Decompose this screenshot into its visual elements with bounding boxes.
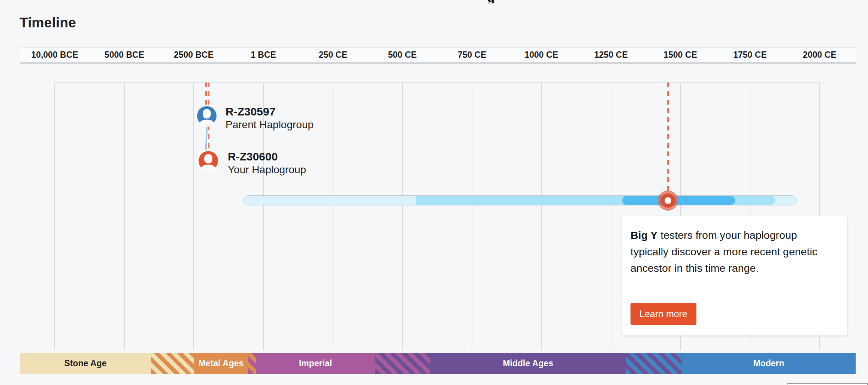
era-transition-hatch (375, 353, 430, 374)
gridline (124, 82, 125, 350)
era-label: Stone Age (64, 358, 107, 369)
estimate-marker[interactable] (661, 193, 675, 208)
axis-tick-label: 1 BCE (230, 50, 297, 60)
marker-dashed-line (667, 82, 669, 193)
tooltip-line-3: ancestor in this time range. (630, 260, 840, 276)
axis-tick-label: 1500 CE (647, 50, 714, 60)
axis-tick-label: 750 CE (438, 50, 506, 60)
your-haplogroup-name: R-Z30600 (228, 150, 306, 163)
person-icon-shoulders (199, 120, 215, 126)
big-y-tooltip-text: Big Y testers from your haplogroup typic… (630, 227, 840, 276)
parent-haplogroup-label: R-Z30597 Parent Haplogroup (226, 105, 314, 131)
page-title: Timeline (19, 15, 76, 31)
gridline (611, 82, 611, 350)
axis-top-rule (20, 47, 856, 48)
axis-bottom-rule (20, 62, 856, 64)
era-transition-hatch (151, 353, 194, 374)
axis-tick-label: 5000 BCE (91, 50, 158, 60)
your-haplogroup-subtitle: Your Haplogroup (228, 163, 306, 176)
era-label: Middle Ages (503, 358, 553, 369)
haplogroup-timeline-screen: g Timeline 10,000 BCE 5000 BCE 2500 BCE … (0, 0, 868, 385)
gridline (472, 82, 472, 350)
tooltip-line-2: typically discover a more recent genetic (630, 243, 840, 260)
gridline (54, 82, 55, 350)
plot-top-border (54, 82, 820, 83)
axis-tick-label: 10,000 BCE (21, 50, 88, 60)
estimate-marker-dot (665, 197, 671, 204)
era-label: Modern (753, 358, 784, 369)
parent-haplogroup-name: R-Z30597 (226, 105, 314, 118)
parent-estimate-dashed-line (205, 82, 207, 107)
parent-haplogroup-avatar[interactable] (197, 106, 217, 126)
axis-tick-label: 2000 CE (786, 50, 853, 60)
your-haplogroup-label: R-Z30600 Your Haplogroup (228, 150, 306, 176)
parent-haplogroup-subtitle: Parent Haplogroup (226, 118, 314, 131)
era-transition-hatch (248, 353, 256, 374)
your-haplogroup-avatar[interactable] (199, 151, 218, 171)
tooltip-bold-lead: Big Y (630, 229, 657, 241)
axis-tick-label: 250 CE (299, 50, 367, 60)
clipped-heading-text: g (487, 0, 503, 3)
learn-more-button[interactable]: Learn more (630, 303, 696, 325)
tooltip-line-1: Big Y testers from your haplogroup (630, 227, 840, 243)
era-label: Imperial (299, 358, 332, 369)
gridline (193, 82, 194, 350)
person-icon (204, 154, 212, 163)
era-segment-imperial: Imperial (256, 353, 375, 374)
clipped-heading-fragment: g (487, 0, 503, 3)
axis-tick-label: 1250 CE (577, 50, 645, 60)
parent-child-connector-line (205, 124, 208, 152)
axis-tick-label: 2500 BCE (160, 50, 227, 60)
era-segment-metal-ages: Metal Ages (194, 353, 248, 374)
big-y-tooltip-card: Big Y testers from your haplogroup typic… (622, 216, 847, 336)
axis-tick-label: 500 CE (369, 50, 436, 60)
confidence-range-bar[interactable] (243, 195, 797, 205)
clipped-bottom-panel (787, 383, 868, 385)
confidence-range-inner (622, 196, 735, 205)
axis-tick-label: 1750 CE (716, 50, 784, 60)
era-segment-stone-age: Stone Age (20, 353, 151, 374)
gridline (333, 82, 333, 350)
gridline (541, 82, 542, 350)
person-icon-shoulders (200, 165, 216, 171)
person-icon (203, 109, 211, 118)
axis-tick-label: 1000 CE (508, 50, 575, 60)
era-transition-hatch (626, 353, 682, 374)
era-label: Metal Ages (199, 358, 244, 369)
gridline (402, 82, 403, 350)
era-segment-middle-ages: Middle Ages (430, 353, 626, 374)
era-segment-modern: Modern (682, 353, 856, 374)
